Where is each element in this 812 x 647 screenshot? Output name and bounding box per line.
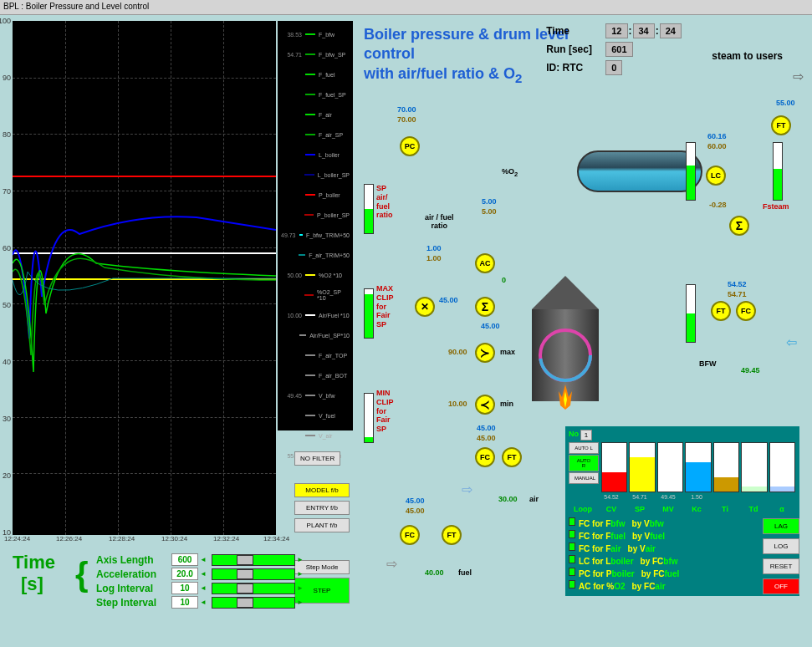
fc-bfw-sp: 54.52	[728, 280, 747, 288]
boiler-drum	[577, 150, 702, 192]
model-fb-button[interactable]: MODEL f/b	[294, 483, 350, 497]
off-button[interactable]: OFF	[763, 578, 799, 594]
y-tick: 60	[3, 244, 11, 252]
fc-air-sp: 45.00	[477, 424, 496, 432]
loop-bar[interactable]	[629, 442, 655, 492]
pc-controller[interactable]: PC	[400, 136, 420, 156]
fc-air-out: 30.00	[498, 495, 518, 503]
fc-fuel-controller[interactable]: FC	[400, 525, 420, 545]
fc-fuel-out: 40.00	[425, 568, 444, 577]
ft-steam[interactable]: FT	[771, 115, 791, 135]
min-limit: 10.00	[448, 400, 467, 408]
steam-arrow-icon: ⇨	[793, 69, 804, 84]
time-setting-row: Step Interval10◄►	[96, 596, 305, 609]
loop-bar[interactable]	[769, 442, 795, 492]
max-clip-bar[interactable]	[364, 288, 374, 339]
loop-bar[interactable]	[741, 442, 767, 492]
min-selector[interactable]: ≺	[475, 395, 495, 415]
y-tick: 90	[3, 74, 11, 82]
run-val: 601	[605, 42, 632, 57]
fuel-arrow-icon: ⇨	[386, 556, 397, 572]
y-tick: 70	[3, 187, 11, 196]
ac-pv: 5.00	[482, 207, 497, 216]
fc-fuel-pv: 45.00	[406, 507, 425, 515]
steam-label: steam to users	[712, 50, 783, 62]
bfw-arrow-icon: ⇦	[786, 334, 797, 350]
ft-steam-bar[interactable]	[773, 142, 783, 201]
time-setting-row: Acceleration20.0◄►	[96, 568, 305, 580]
air-arrow-icon: ⇨	[462, 481, 472, 497]
lag-button[interactable]: LAG	[763, 518, 799, 534]
log-button[interactable]: LOG	[763, 538, 799, 554]
loop-no-val[interactable]: 1	[580, 430, 592, 441]
time-setting-row: Log Interval10◄►	[96, 582, 305, 594]
loop-bar[interactable]	[713, 442, 739, 492]
ft-fuel[interactable]: FT	[442, 525, 462, 545]
fc-bfw-bar[interactable]	[686, 284, 696, 343]
fc-air-controller[interactable]: FC	[475, 447, 495, 467]
ft-bfw[interactable]: FT	[711, 301, 731, 321]
chart-traces	[13, 21, 276, 535]
time-settings: Axis Length600◄►Acceleration20.0◄►Log In…	[96, 553, 305, 610]
lc-pv: 60.00	[707, 142, 727, 150]
fuel-label: fuel	[458, 568, 472, 577]
pc-sp: 70.00	[397, 105, 416, 114]
trend-chart[interactable]	[13, 21, 276, 535]
ac-out: 0	[502, 276, 506, 284]
chart-legend: 38.53F_bfw54.71F_bfw_SPF_fuelF_fuel_SPF_…	[278, 21, 353, 430]
lc-bar[interactable]	[686, 142, 696, 201]
x-tick: 12:24:24	[4, 535, 30, 543]
fsteam-label: Fsteam	[763, 202, 789, 211]
auto-r-button[interactable]: AUTO R	[569, 455, 599, 471]
x-tick: 12:34:24	[263, 535, 289, 543]
time-s: 24	[660, 23, 682, 38]
fc-bfw-controller[interactable]: FC	[736, 301, 756, 321]
ft-air[interactable]: FT	[502, 447, 522, 467]
min-clip-bar[interactable]	[364, 393, 374, 443]
y-tick: 80	[3, 130, 11, 139]
x-tick: 12:26:24	[56, 535, 82, 543]
loop-bar[interactable]	[657, 442, 683, 492]
max-limit: 90.00	[448, 348, 467, 356]
reset-button[interactable]: RESET	[763, 558, 799, 574]
lc-controller[interactable]: LC	[706, 166, 726, 186]
lc-sp: 60.16	[707, 132, 727, 140]
multiply-block[interactable]: ✕	[415, 297, 435, 317]
filter-button[interactable]: NO FILTER	[294, 451, 340, 466]
x-tick: 12:28:24	[109, 535, 135, 543]
status-panel: Time 12: 34: 24 Run [sec] 601 ID: RTC 0	[546, 23, 682, 79]
ac-sp: 5.00	[482, 197, 497, 206]
airfuel-label: air / fuel ratio	[425, 213, 454, 230]
x-tick: 12:30:24	[161, 535, 187, 543]
loop-bar[interactable]	[601, 442, 627, 492]
o2-label: %O2	[502, 167, 518, 178]
fc-fuel-sp: 45.00	[406, 497, 425, 505]
time-label: Time	[546, 25, 605, 37]
min-clip-label: MIN CLIP for Fair SP	[376, 389, 394, 434]
time-h: 12	[605, 23, 627, 38]
max-selector[interactable]: ≻	[475, 343, 495, 363]
min-label: min	[500, 400, 513, 408]
furnace	[532, 276, 599, 426]
sp-ratio-bar[interactable]	[364, 184, 374, 234]
mult-out: 45.00	[439, 296, 458, 304]
y-tick: 50	[3, 301, 11, 309]
ac-controller[interactable]: AC	[475, 253, 495, 273]
lc-err: -0.28	[709, 201, 727, 209]
brace-icon: {	[75, 556, 89, 594]
loop-tuning-panel: No 1 AUTO L AUTO R MANUAL 54.5254.7149.4…	[565, 426, 799, 517]
plant-fb-button[interactable]: PLANT f/b	[294, 518, 350, 532]
time-m: 34	[633, 23, 655, 38]
entry-fb-button[interactable]: ENTRY f/b	[294, 501, 350, 515]
sigma-block[interactable]: Σ	[475, 297, 495, 317]
y-tick: 30	[3, 415, 11, 423]
window-titlebar: BPL : Boiler Pressure and Level control	[0, 0, 812, 15]
sp-ratio-label: SP air/ fuel ratio	[376, 184, 393, 220]
fc-bfw-pv: 54.71	[728, 290, 747, 298]
lc-sigma[interactable]: Σ	[729, 216, 749, 236]
fc-bfw-out: 49.45	[741, 366, 760, 374]
y-tick: 40	[3, 358, 11, 366]
loop-bar[interactable]	[685, 442, 711, 492]
auto-l-button[interactable]: AUTO L	[569, 442, 599, 454]
manual-button[interactable]: MANUAL	[569, 472, 599, 484]
